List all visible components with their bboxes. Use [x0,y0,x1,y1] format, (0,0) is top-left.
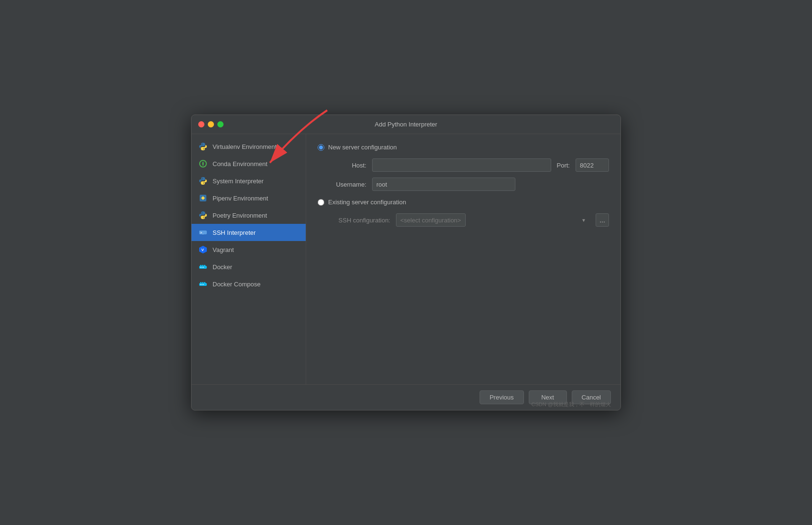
ssh-config-ellipsis-button[interactable]: ... [596,213,609,227]
new-server-config-section: Host: Port: Username: [328,158,609,191]
svg-rect-18 [202,284,203,285]
dialog-title: Add Python Interpreter [375,121,438,128]
sidebar-label-docker: Docker [213,263,232,271]
ssh-config-row: SSH configuration: <select configuration… [328,213,609,227]
sidebar-label-poetry: Poetry Environment [213,212,267,219]
sidebar-item-vagrant[interactable]: V Vagrant [192,241,306,258]
add-python-interpreter-dialog: Add Python Interpreter Virtualenv Enviro… [191,115,621,410]
host-label: Host: [328,162,366,169]
docker-compose-icon [198,279,208,289]
previous-button[interactable]: Previous [480,390,524,404]
dialog-footer: Previous Next Cancel [192,384,620,410]
port-label: Port: [557,162,570,169]
sidebar-item-ssh[interactable]: >_ SSH Interpreter [192,224,306,241]
host-row: Host: Port: [328,158,609,172]
python-icon [198,142,208,151]
new-server-radio[interactable] [318,144,324,151]
existing-server-radio[interactable] [318,199,324,206]
svg-rect-12 [203,267,204,268]
username-input[interactable] [372,178,515,191]
svg-rect-15 [202,282,203,283]
svg-text:>_: >_ [200,231,204,234]
svg-rect-9 [204,265,205,266]
sidebar-item-virtualenv[interactable]: Virtualenv Environment [192,138,306,155]
pipenv-icon [198,193,208,203]
sidebar-label-conda: Conda Environment [213,160,267,168]
existing-server-label: Existing server configuration [328,199,406,206]
main-content: New server configuration Host: Port: Use… [306,134,620,384]
svg-rect-8 [202,265,203,266]
svg-text:V: V [202,248,204,252]
svg-rect-19 [203,284,204,285]
sidebar-item-system[interactable]: System Interpreter [192,172,306,189]
port-input[interactable] [576,158,609,172]
existing-server-config-section: SSH configuration: <select configuration… [328,213,609,227]
poetry-icon [198,210,208,220]
minimize-button[interactable] [208,121,214,127]
username-row: Username: [328,178,609,191]
sidebar-item-pipenv[interactable]: Pipenv Environment [192,189,306,207]
svg-rect-16 [204,282,205,283]
title-bar: Add Python Interpreter [192,115,620,134]
ssh-config-select-wrapper: <select configuration> ▼ [396,213,590,227]
svg-rect-17 [200,284,201,285]
svg-rect-11 [202,267,203,268]
ssh-config-label: SSH configuration: [328,217,390,224]
sidebar-item-docker-compose[interactable]: Docker Compose [192,275,306,293]
next-button[interactable]: Next [529,390,567,404]
sidebar-label-virtualenv: Virtualenv Environment [213,143,277,150]
new-server-radio-option[interactable]: New server configuration [318,144,609,151]
close-button[interactable] [198,121,204,127]
svg-rect-10 [200,267,201,268]
sidebar: Virtualenv Environment Conda Environment [192,134,306,384]
sidebar-item-poetry[interactable]: Poetry Environment [192,207,306,224]
sidebar-item-conda[interactable]: Conda Environment [192,155,306,172]
host-input[interactable] [372,158,551,172]
svg-rect-7 [200,265,202,266]
conda-icon [198,159,208,168]
system-python-icon [198,176,208,186]
username-label: Username: [328,181,366,188]
svg-rect-14 [200,282,202,283]
docker-icon [198,262,208,272]
window-controls [198,121,224,127]
new-server-label: New server configuration [328,144,397,151]
sidebar-label-ssh: SSH Interpreter [213,229,256,236]
sidebar-label-docker-compose: Docker Compose [213,281,260,288]
sidebar-label-pipenv: Pipenv Environment [213,195,268,202]
cancel-button[interactable]: Cancel [572,390,611,404]
ssh-icon: >_ [198,228,208,237]
existing-server-radio-option[interactable]: Existing server configuration [318,199,609,206]
sidebar-label-system: System Interpreter [213,178,264,185]
vagrant-icon: V [198,245,208,254]
sidebar-label-vagrant: Vagrant [213,246,234,253]
maximize-button[interactable] [217,121,224,127]
sidebar-item-docker[interactable]: Docker [192,258,306,275]
dialog-body: Virtualenv Environment Conda Environment [192,134,620,384]
ssh-config-select[interactable]: <select configuration> [396,213,466,227]
chevron-down-icon: ▼ [581,218,586,223]
